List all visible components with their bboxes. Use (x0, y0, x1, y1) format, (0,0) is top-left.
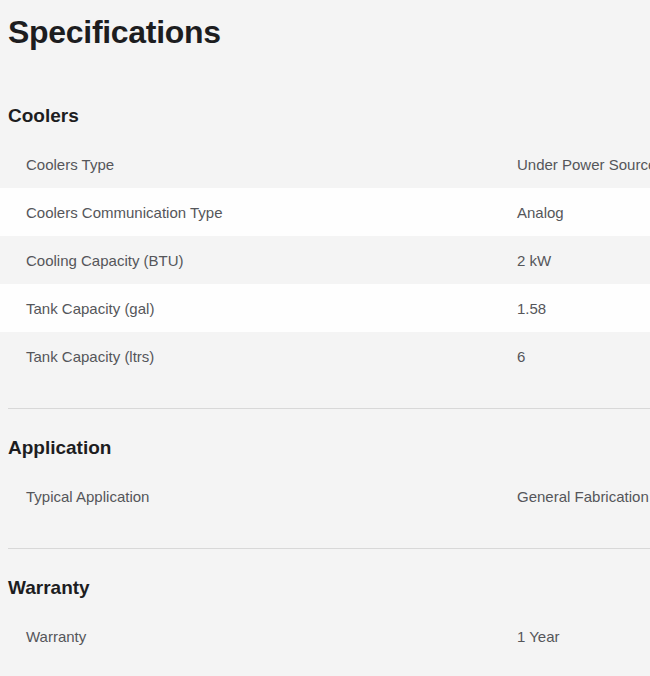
table-row: Coolers Communication Type Analog (0, 188, 650, 236)
specifications-page: Specifications Coolers Coolers Type Unde… (0, 0, 650, 660)
spec-value: 6 (517, 348, 650, 365)
spec-label: Typical Application (26, 488, 517, 505)
section-divider (8, 548, 650, 549)
section-heading-warranty: Warranty (8, 576, 642, 600)
spec-value: Under Power Source (517, 156, 650, 173)
spec-value: 1 Year (517, 628, 650, 645)
spec-label: Tank Capacity (gal) (26, 300, 517, 317)
coolers-spec-table: Coolers Type Under Power Source Coolers … (0, 140, 650, 380)
application-spec-table: Typical Application General Fabrication (0, 472, 650, 520)
spec-label: Coolers Communication Type (26, 204, 517, 221)
spec-label: Coolers Type (26, 156, 517, 173)
warranty-spec-table: Warranty 1 Year (0, 612, 650, 660)
section-heading-application: Application (8, 436, 642, 460)
section-heading-coolers: Coolers (8, 104, 642, 128)
spec-value: Analog (517, 204, 650, 221)
spec-label: Warranty (26, 628, 517, 645)
spec-value: 1.58 (517, 300, 650, 317)
table-row: Coolers Type Under Power Source (0, 140, 650, 188)
spec-label: Cooling Capacity (BTU) (26, 252, 517, 269)
page-title: Specifications (8, 10, 642, 54)
spec-value: General Fabrication (517, 488, 650, 505)
spec-label: Tank Capacity (ltrs) (26, 348, 517, 365)
table-row: Warranty 1 Year (0, 612, 650, 660)
table-row: Tank Capacity (ltrs) 6 (0, 332, 650, 380)
section-divider (8, 408, 650, 409)
table-row: Typical Application General Fabrication (0, 472, 650, 520)
table-row: Tank Capacity (gal) 1.58 (0, 284, 650, 332)
spec-value: 2 kW (517, 252, 650, 269)
table-row: Cooling Capacity (BTU) 2 kW (0, 236, 650, 284)
